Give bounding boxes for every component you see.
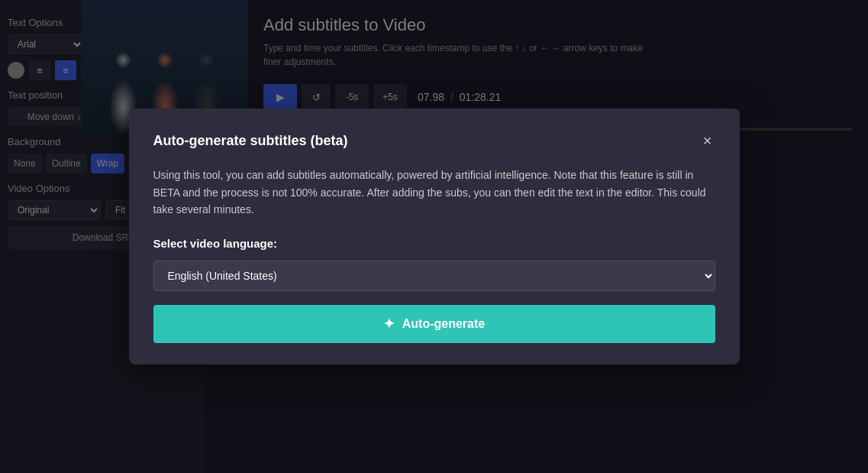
language-select[interactable]: English (United States) Spanish French G… [153, 261, 715, 291]
modal-body-text: Using this tool, you can add subtitles a… [153, 167, 715, 218]
modal-dialog: Auto-generate subtitles (beta) × Using t… [129, 109, 740, 364]
modal-close-button[interactable]: × [700, 130, 715, 151]
magic-wand-icon: ✦ [383, 316, 395, 332]
modal-header: Auto-generate subtitles (beta) × [153, 130, 715, 151]
language-label: Select video language: [153, 237, 715, 250]
modal-title: Auto-generate subtitles (beta) [153, 133, 348, 149]
modal-overlay: Auto-generate subtitles (beta) × Using t… [0, 0, 868, 473]
autogenerate-label: Auto-generate [402, 317, 485, 331]
autogenerate-button[interactable]: ✦ Auto-generate [153, 305, 715, 343]
